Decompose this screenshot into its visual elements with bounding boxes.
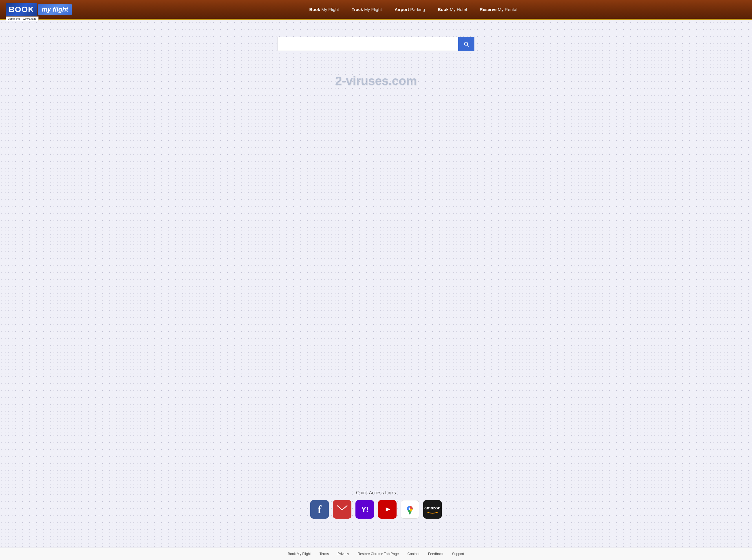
wp-manage-badge: Comments - WPManage — [6, 17, 38, 21]
nav-airport-parking[interactable]: Airport Parking — [388, 5, 431, 14]
nav-book-flight[interactable]: Book My Flight — [303, 5, 345, 14]
nav-book-hotel[interactable]: Book My Hotel — [431, 5, 473, 14]
maps-icon — [404, 503, 416, 516]
gmail-icon — [336, 505, 348, 514]
quick-link-gmail[interactable] — [333, 500, 351, 519]
site-header: BOOK my flight Comments - WPManage Book … — [0, 0, 752, 20]
footer-book-my-flight[interactable]: Book My Flight — [288, 552, 311, 556]
logo-area: BOOK my flight Comments - WPManage — [6, 3, 72, 16]
nav-airport-light: Parking — [409, 7, 425, 12]
footer-feedback[interactable]: Feedback — [428, 552, 443, 556]
nav-hotel-bold: Book — [438, 7, 449, 12]
footer-terms[interactable]: Terms — [320, 552, 329, 556]
yahoo-icon: Y! — [361, 505, 368, 514]
logo-light: my flight — [38, 4, 72, 15]
nav-track-bold: Track — [352, 7, 363, 12]
quick-access-title: Quick Access Links — [356, 490, 396, 496]
search-area — [277, 37, 475, 51]
footer-contact[interactable]: Contact — [408, 552, 420, 556]
nav-book-light: My Flight — [320, 7, 339, 12]
nav-book-bold: Book — [309, 7, 320, 12]
amazon-icon: amazon — [424, 505, 441, 514]
nav-track-flight[interactable]: Track My Flight — [345, 5, 388, 14]
svg-marker-6 — [437, 512, 438, 513]
nav-reserve-rental[interactable]: Reserve My Rental — [473, 5, 524, 14]
logo-bold: BOOK — [6, 3, 37, 16]
search-input[interactable] — [277, 37, 458, 51]
quick-link-amazon[interactable]: amazon — [423, 500, 442, 519]
site-footer: Book My Flight Terms Privacy Restore Chr… — [0, 547, 752, 560]
quick-access-section: Quick Access Links f Y! — [310, 490, 442, 536]
youtube-icon — [381, 505, 393, 514]
nav-track-light: My Flight — [363, 7, 382, 12]
footer-restore-chrome[interactable]: Restore Chrome Tab Page — [358, 552, 399, 556]
nav-reserve-bold: Reserve — [480, 7, 496, 12]
facebook-icon: f — [318, 503, 322, 516]
footer-privacy[interactable]: Privacy — [338, 552, 349, 556]
nav-hotel-light: My Hotel — [449, 7, 467, 12]
quick-link-maps[interactable] — [401, 500, 419, 519]
nav-reserve-light: My Rental — [496, 7, 517, 12]
quick-link-youtube[interactable] — [378, 500, 397, 519]
watermark-text: 2-viruses.com — [335, 74, 417, 88]
main-nav: Book My Flight Track My Flight Airport P… — [80, 5, 746, 14]
search-button[interactable] — [458, 37, 475, 51]
quick-links-row: f Y! — [310, 500, 442, 519]
search-icon — [463, 41, 469, 47]
nav-airport-bold: Airport — [394, 7, 409, 12]
main-content: 2-viruses.com Quick Access Links f Y! — [0, 20, 752, 547]
quick-link-yahoo[interactable]: Y! — [355, 500, 374, 519]
footer-support[interactable]: Support — [452, 552, 464, 556]
quick-link-facebook[interactable]: f — [310, 500, 329, 519]
